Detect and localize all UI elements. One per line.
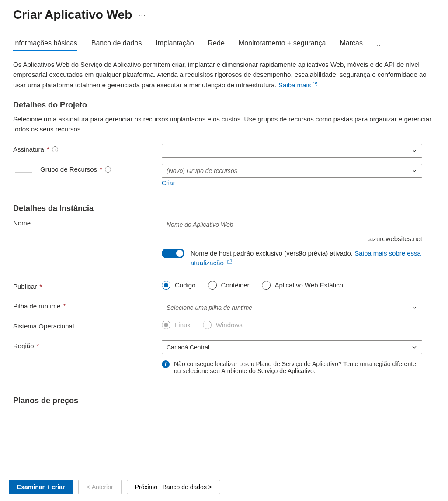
page-title: Criar Aplicativo Web [13,8,132,22]
more-actions-icon[interactable]: ··· [138,10,146,20]
next-button[interactable]: Próximo : Banco de dados > [127,480,220,494]
project-heading: Detalhes do Projeto [13,100,435,110]
unique-hostname-toggle[interactable] [162,249,184,258]
unique-hostname-text: Nome de host padrão exclusivo (versão pr… [191,249,422,268]
os-radio-windows: Windows [203,321,243,329]
chevron-down-icon [411,148,417,154]
subscription-label: Assinatura* i [13,144,162,153]
chevron-down-icon [411,168,417,174]
info-icon[interactable]: i [52,146,58,152]
runtime-label: Pilha de runtime* [13,301,162,310]
intro-text: Os Aplicativos Web do Serviço de Aplicat… [13,59,433,90]
tree-indent-icon [15,159,32,173]
publish-label: Publicar* [13,281,162,290]
name-label: Nome [13,218,162,227]
tab-monitoring[interactable]: Monitoramento + segurança [239,39,326,51]
tab-deployment[interactable]: Implantação [156,39,194,51]
info-icon[interactable]: i [105,166,111,173]
publish-radio-container[interactable]: Contêiner [208,281,250,290]
previous-button: < Anterior [78,480,121,494]
tab-network[interactable]: Rede [208,39,225,51]
os-label: Sistema Operacional [13,321,162,330]
intro-body: Os Aplicativos Web do Serviço de Aplicat… [13,61,427,89]
tab-database[interactable]: Banco de dados [91,39,142,51]
tabs-overflow-icon[interactable]: ··· [377,41,383,48]
subscription-select[interactable] [162,144,422,158]
name-input[interactable] [162,218,422,231]
external-link-icon [312,79,316,84]
resource-group-label: Grupo de Recursos* i [40,164,111,173]
region-label: Região* [13,340,162,349]
project-desc: Selecione uma assinatura para gerenciar … [13,114,433,135]
external-link-icon [227,258,231,262]
tabs-nav: Informações básicas Banco de dados Impla… [13,39,435,51]
tab-basicinfo[interactable]: Informações básicas [13,39,77,51]
instance-heading: Detalhes da Instância [13,204,435,213]
publish-radio-code[interactable]: Código [162,281,196,290]
learn-more-link[interactable]: Saiba mais [278,81,316,89]
review-create-button[interactable]: Examinar + criar [9,480,73,494]
os-radio-linux: Linux [162,321,191,329]
region-info-text: Não consegue localizar o seu Plano de Se… [174,360,422,374]
publish-radio-static[interactable]: Aplicativo Web Estático [262,281,343,290]
runtime-select[interactable]: Selecione uma pilha de runtime [162,301,422,314]
resource-group-select[interactable]: (Novo) Grupo de recursos [162,164,422,178]
domain-suffix: .azurewebsites.net [162,235,422,242]
tab-tags[interactable]: Marcas [340,39,362,51]
create-new-link[interactable]: Criar [162,180,422,187]
footer-bar: Examinar + criar < Anterior Próximo : Ba… [0,473,448,501]
info-badge-icon: i [162,360,170,368]
chevron-down-icon [411,344,417,350]
region-select[interactable]: Canadá Central [162,340,422,354]
chevron-down-icon [411,304,417,311]
pricing-heading: Planos de preços [13,396,435,405]
